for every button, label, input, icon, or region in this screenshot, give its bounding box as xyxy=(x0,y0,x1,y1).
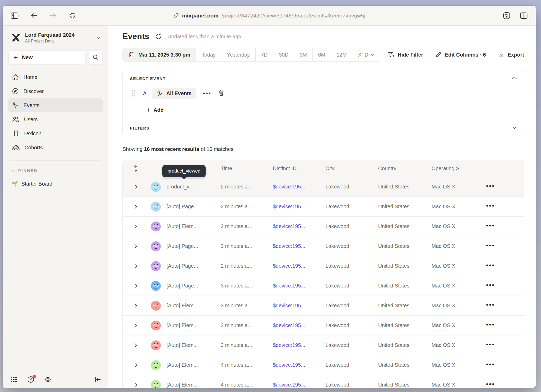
browser-sidebar-toggle-icon[interactable] xyxy=(9,10,20,21)
refresh-icon[interactable] xyxy=(155,33,162,40)
table-row[interactable]: [Auto] Page... 2 minutes a... $device:19… xyxy=(123,256,524,276)
expand-row-icon[interactable] xyxy=(130,303,142,308)
help-icon[interactable] xyxy=(27,376,34,383)
browser-forward-icon[interactable] xyxy=(48,10,58,21)
preset-yesterday[interactable]: Yesterday xyxy=(221,48,255,61)
expand-section-icon[interactable] xyxy=(512,126,517,131)
expand-row-icon[interactable] xyxy=(130,264,142,268)
distinct-id-link[interactable]: $device:195... xyxy=(268,322,320,328)
add-event-button[interactable]: + Add xyxy=(147,107,517,113)
distinct-id-link[interactable]: $device:195... xyxy=(268,184,320,190)
expand-row-icon[interactable] xyxy=(130,284,142,288)
preset-6m[interactable]: 6M xyxy=(312,48,331,61)
settings-gear-icon[interactable] xyxy=(44,376,52,383)
table-row[interactable]: [Auto] Page... 3 minutes a... $device:19… xyxy=(123,276,524,296)
event-name-cell[interactable]: [Auto] Elem... xyxy=(161,322,216,328)
table-row[interactable]: product_vi... 2 minutes a... $device:195… xyxy=(123,177,524,197)
preset-3m[interactable]: 3M xyxy=(294,48,312,61)
event-name-cell[interactable]: [Auto] Elem... xyxy=(161,223,216,229)
browser-reload-icon[interactable] xyxy=(67,10,78,21)
edit-columns-button[interactable]: Edit Columns · 6 xyxy=(435,52,486,58)
preset-30d[interactable]: 30D xyxy=(273,48,294,61)
collapse-all-rows-icon[interactable] xyxy=(130,165,142,173)
drag-handle-icon[interactable] xyxy=(132,90,135,96)
expand-row-icon[interactable] xyxy=(130,224,142,229)
distinct-id-link[interactable]: $device:195... xyxy=(268,303,320,309)
event-name-cell[interactable]: [Auto] Elem... xyxy=(161,342,216,348)
expand-row-icon[interactable] xyxy=(130,383,142,387)
table-row[interactable]: [Auto] Elem... 3 minutes a... $device:19… xyxy=(123,335,524,355)
row-more-options-icon[interactable]: ••• xyxy=(485,262,496,269)
distinct-id-link[interactable]: $device:195... xyxy=(268,223,320,229)
table-row[interactable]: [Auto] Page... 2 minutes a... $device:19… xyxy=(123,236,524,256)
table-row[interactable]: [Auto] Elem... 3 minutes a... $device:19… xyxy=(123,296,524,316)
preset-12m[interactable]: 12M xyxy=(331,48,352,61)
row-more-options-icon[interactable]: ••• xyxy=(485,341,496,348)
row-more-options-icon[interactable]: ••• xyxy=(485,182,496,189)
new-button[interactable]: + New xyxy=(8,50,85,64)
collapse-sidebar-icon[interactable] xyxy=(94,376,101,383)
sidebar-item-lexicon[interactable]: Lexicon xyxy=(8,126,103,140)
row-more-options-icon[interactable]: ••• xyxy=(485,222,496,229)
clause-more-options-icon[interactable]: ••• xyxy=(202,92,212,95)
browser-back-icon[interactable] xyxy=(29,10,39,21)
pinned-section-header[interactable]: PINNED xyxy=(11,168,101,173)
event-name-cell[interactable]: [Auto] Elem... xyxy=(161,382,216,388)
column-header-country[interactable]: Country xyxy=(373,166,426,172)
distinct-id-link[interactable]: $device:195... xyxy=(268,243,320,249)
distinct-id-link[interactable]: $device:195... xyxy=(268,382,320,388)
event-name-cell[interactable]: [Auto] Page... xyxy=(161,204,216,210)
expand-row-icon[interactable] xyxy=(130,244,142,249)
date-picker[interactable]: Mar 11, 2025 3:30 pm xyxy=(123,48,196,61)
distinct-id-link[interactable]: $device:195... xyxy=(268,362,320,368)
delete-clause-icon[interactable] xyxy=(218,89,224,97)
distinct-id-link[interactable]: $device:195... xyxy=(268,342,320,348)
column-header-time[interactable]: Time xyxy=(216,166,268,172)
table-row[interactable]: [Auto] Elem... 2 minutes a... $device:19… xyxy=(123,217,524,236)
row-more-options-icon[interactable]: ••• xyxy=(485,381,496,388)
browser-page-settings-icon[interactable] xyxy=(501,10,512,21)
search-button[interactable] xyxy=(89,50,103,64)
project-switcher[interactable]: Lord Farquaad 2024 All Project Data xyxy=(8,31,103,44)
pinned-item-starter-board[interactable]: 🌱 Starter Board xyxy=(11,181,101,187)
hide-filter-button[interactable]: Hide Filter xyxy=(388,52,423,58)
event-name-cell[interactable]: product_vi... xyxy=(161,184,216,190)
collapse-section-icon[interactable] xyxy=(512,76,517,81)
column-header-operating-system[interactable]: Operating S xyxy=(426,166,473,172)
event-name-cell[interactable]: [Auto] Page... xyxy=(161,283,216,289)
row-more-options-icon[interactable]: ••• xyxy=(485,242,496,249)
expand-row-icon[interactable] xyxy=(130,323,142,328)
export-button[interactable]: Export xyxy=(498,52,524,58)
row-more-options-icon[interactable]: ••• xyxy=(485,301,496,308)
event-name-cell[interactable]: [Auto] Page... xyxy=(161,263,216,269)
sidebar-item-home[interactable]: Home xyxy=(8,70,103,84)
preset-today[interactable]: Today xyxy=(196,48,221,61)
event-name-cell[interactable]: [Auto] Page... xyxy=(161,243,216,249)
address-bar[interactable]: mixpanel.com/project/3472420/view/397469… xyxy=(173,13,365,19)
table-row[interactable]: [Auto] Elem... 3 minutes a... $device:19… xyxy=(123,316,524,335)
distinct-id-link[interactable]: $device:195... xyxy=(268,204,320,210)
expand-row-icon[interactable] xyxy=(130,185,142,189)
preset-xtd[interactable]: XTD xyxy=(352,48,380,61)
row-more-options-icon[interactable]: ••• xyxy=(485,202,496,209)
row-more-options-icon[interactable]: ••• xyxy=(485,281,496,289)
table-row[interactable]: [Auto] Elem... 4 minutes a... $device:19… xyxy=(123,375,524,388)
row-more-options-icon[interactable]: ••• xyxy=(485,321,496,328)
table-row[interactable]: [Auto] Page... 2 minutes a... $device:19… xyxy=(123,197,524,217)
sidebar-item-cohorts[interactable]: Cohorts xyxy=(8,140,103,155)
table-row[interactable]: [Auto] Elem... 4 minutes a... $device:19… xyxy=(123,355,524,375)
sidebar-item-events[interactable]: Events xyxy=(8,98,103,112)
expand-row-icon[interactable] xyxy=(130,204,142,209)
preset-7d[interactable]: 7D xyxy=(255,48,273,61)
expand-row-icon[interactable] xyxy=(130,363,142,368)
expand-row-icon[interactable] xyxy=(130,343,142,348)
browser-split-view-icon[interactable] xyxy=(519,10,529,21)
distinct-id-link[interactable]: $device:195... xyxy=(268,263,320,269)
column-header-distinct-id[interactable]: Distinct ID xyxy=(268,166,320,172)
row-more-options-icon[interactable]: ••• xyxy=(485,361,496,368)
column-header-city[interactable]: City xyxy=(320,166,373,172)
event-name-cell[interactable]: [Auto] Elem... xyxy=(161,362,216,368)
sidebar-item-discover[interactable]: Discover xyxy=(8,84,103,98)
apps-grid-icon[interactable] xyxy=(10,376,17,383)
distinct-id-link[interactable]: $device:195... xyxy=(268,283,320,289)
